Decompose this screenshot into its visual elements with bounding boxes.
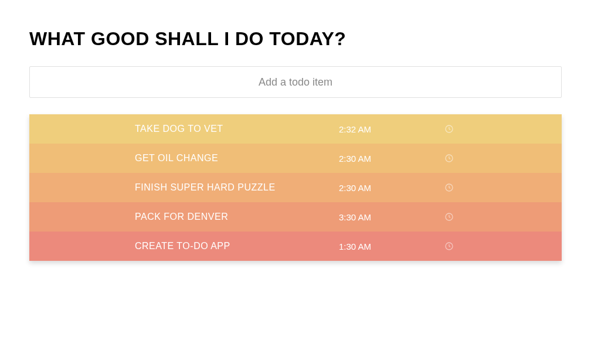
todo-time: 1:30 AM <box>339 241 444 251</box>
todo-row[interactable]: TAKE DOG TO VET2:32 AM <box>29 114 562 144</box>
todo-row[interactable]: FINISH SUPER HARD PUZZLE2:30 AM <box>29 173 562 202</box>
todo-row[interactable]: PACK FOR DENVER3:30 AM <box>29 202 562 232</box>
clock-icon <box>444 154 454 163</box>
todo-clock-button[interactable] <box>444 124 562 134</box>
todo-time: 3:30 AM <box>339 212 444 222</box>
todo-text: PACK FOR DENVER <box>135 212 339 222</box>
clock-icon <box>444 183 454 192</box>
todo-clock-button[interactable] <box>444 212 562 222</box>
todo-text: FINISH SUPER HARD PUZZLE <box>135 182 339 193</box>
todo-text: GET OIL CHANGE <box>135 153 339 164</box>
todo-clock-button[interactable] <box>444 241 562 251</box>
todo-text: CREATE TO-DO APP <box>135 241 339 251</box>
todo-time: 2:30 AM <box>339 154 444 164</box>
add-todo-input[interactable] <box>29 66 562 98</box>
todo-row[interactable]: GET OIL CHANGE2:30 AM <box>29 144 562 173</box>
todo-time: 2:30 AM <box>339 183 444 193</box>
todo-clock-button[interactable] <box>444 183 562 192</box>
clock-icon <box>444 241 454 251</box>
todo-clock-button[interactable] <box>444 154 562 163</box>
clock-icon <box>444 212 454 222</box>
todo-row[interactable]: CREATE TO-DO APP1:30 AM <box>29 232 562 261</box>
todo-text: TAKE DOG TO VET <box>135 124 339 134</box>
todo-time: 2:32 AM <box>339 124 444 134</box>
todo-list: TAKE DOG TO VET2:32 AMGET OIL CHANGE2:30… <box>29 114 562 261</box>
clock-icon <box>444 124 454 134</box>
page-title: WHAT GOOD SHALL I DO TODAY? <box>29 28 562 50</box>
